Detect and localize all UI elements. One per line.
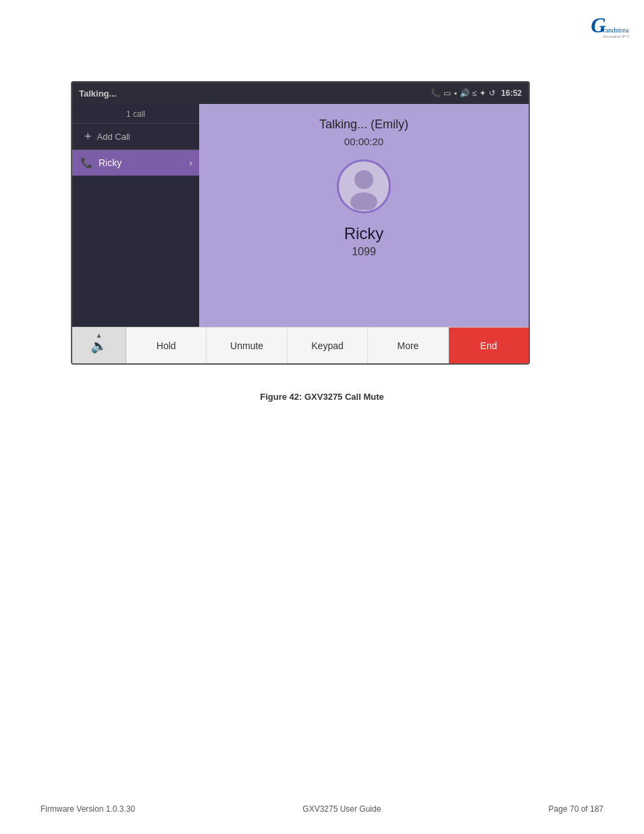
call-panel: Talking... (Emily) 00:00:20 Ricky 1099 [199, 104, 529, 327]
svg-point-4 [350, 192, 377, 210]
chevron-right-icon: › [189, 157, 192, 168]
wifi-icon: ✦ [479, 88, 486, 98]
caller-avatar [337, 159, 391, 213]
call-phone-icon: 📞 [80, 157, 93, 169]
keypad-button[interactable]: Keypad [288, 328, 368, 363]
call-item-left: 📞 Ricky [80, 157, 122, 169]
grandstream-logo: G randstream Innovative IP Voice & Video [590, 12, 629, 45]
signal-icon: ≤ [473, 88, 477, 98]
footer: Firmware Version 1.0.3.30 GXV3275 User G… [0, 804, 644, 814]
footer-firmware: Firmware Version 1.0.3.30 [41, 804, 135, 814]
sim-icon: ▪ [454, 88, 456, 98]
call-timer: 00:00:20 [344, 136, 383, 147]
logo-area: G randstream Innovative IP Voice & Video [590, 12, 629, 45]
add-icon: + [84, 130, 92, 142]
status-bar: Talking... 📞 ▭ ▪ 🔊 ≤ ✦ ↺ 16:52 [72, 82, 529, 104]
footer-product: GXV3275 User Guide [302, 804, 381, 814]
svg-text:Innovative IP Voice & Video: Innovative IP Voice & Video [603, 35, 629, 39]
figure-caption: Figure 42: GXV3275 Call Mute [0, 392, 644, 402]
main-content: 1 call + Add Call 📞 Ricky › Talking... (… [72, 104, 529, 327]
sidebar: 1 call + Add Call 📞 Ricky › [72, 104, 199, 327]
sync-icon: ↺ [489, 88, 495, 98]
footer-page: Page 70 of 187 [549, 804, 603, 814]
hold-label: Hold [157, 340, 176, 351]
status-bar-title: Talking... [79, 88, 116, 99]
unmute-label: Unmute [230, 340, 263, 351]
call-item-name: Ricky [99, 157, 122, 168]
end-label: End [480, 340, 497, 351]
calls-count: 1 call [72, 104, 199, 124]
more-button[interactable]: More [368, 328, 448, 363]
up-arrow-icon: ▲ [96, 332, 103, 339]
call-list-item[interactable]: 📞 Ricky › [72, 150, 199, 176]
speaker-button[interactable]: ▲ 🔈 [72, 328, 126, 363]
speaker-icon: 🔈 [90, 338, 107, 354]
avatar-silhouette-svg [340, 163, 387, 210]
end-button[interactable]: End [449, 328, 529, 363]
svg-text:randstream: randstream [603, 26, 629, 34]
call-status-icon: 📞 [431, 88, 441, 98]
hold-button[interactable]: Hold [126, 328, 207, 363]
add-call-button[interactable]: + Add Call [72, 124, 199, 150]
volume-icon: 🔊 [460, 88, 470, 98]
add-call-label: Add Call [97, 132, 130, 142]
storage-icon: ▭ [444, 88, 451, 98]
caller-number: 1099 [352, 246, 376, 258]
svg-point-3 [354, 170, 373, 189]
unmute-button[interactable]: Unmute [207, 328, 287, 363]
more-label: More [397, 340, 419, 351]
keypad-label: Keypad [311, 340, 343, 351]
clock: 16:52 [501, 88, 522, 98]
call-status-title: Talking... (Emily) [319, 118, 408, 132]
action-bar: ▲ 🔈 Hold Unmute Keypad More End [72, 327, 529, 363]
status-bar-icons: 📞 ▭ ▪ 🔊 ≤ ✦ ↺ 16:52 [431, 88, 522, 98]
caller-name: Ricky [344, 224, 384, 243]
device-container: Talking... 📞 ▭ ▪ 🔊 ≤ ✦ ↺ 16:52 1 call + … [71, 81, 530, 365]
